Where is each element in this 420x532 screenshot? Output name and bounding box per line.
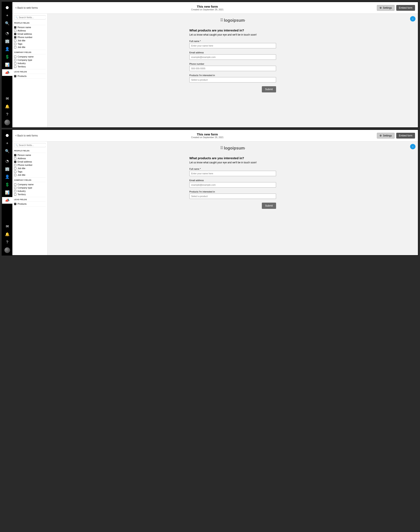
field-row[interactable]: Person name xyxy=(14,26,46,29)
field-row[interactable]: Phone number xyxy=(14,35,46,39)
chart-icon[interactable]: 📊 xyxy=(4,189,11,196)
form-input[interactable] xyxy=(189,193,276,199)
back-link[interactable]: < Back to web forms xyxy=(15,134,38,137)
field-row[interactable]: Industry xyxy=(14,189,46,193)
field-row[interactable]: Territory xyxy=(14,193,46,196)
form-input[interactable] xyxy=(189,54,276,60)
checkbox-icon[interactable] xyxy=(14,154,16,156)
field-row[interactable]: Email address xyxy=(14,32,46,35)
acorn-icon[interactable]: ⬣ xyxy=(4,132,11,139)
field-label: Email address xyxy=(17,33,32,35)
field-row[interactable]: Company type xyxy=(14,186,46,189)
mail-icon[interactable]: ✉ xyxy=(4,95,11,102)
person-icon[interactable]: 👤 xyxy=(4,46,11,52)
field-row[interactable]: Industry xyxy=(14,62,46,65)
checkbox-icon[interactable] xyxy=(14,30,16,32)
checkbox-icon[interactable] xyxy=(14,59,16,61)
avatar[interactable] xyxy=(4,247,10,253)
field-row[interactable]: Address xyxy=(14,29,46,32)
form-input[interactable] xyxy=(189,66,276,71)
chart-icon[interactable]: 📊 xyxy=(4,61,11,68)
field-label: Products xyxy=(17,203,26,205)
search-input[interactable] xyxy=(19,144,47,146)
checkbox-icon[interactable] xyxy=(14,183,16,186)
checkbox-icon[interactable] xyxy=(14,26,16,29)
field-row[interactable]: Company name xyxy=(14,183,46,186)
search-box[interactable]: 🔍 xyxy=(14,15,46,19)
field-row[interactable]: Job title xyxy=(14,39,46,42)
bell-icon[interactable]: 🔔 xyxy=(4,103,11,110)
field-row[interactable]: Company type xyxy=(14,58,46,62)
bell-icon[interactable]: 🔔 xyxy=(4,231,11,238)
person-icon[interactable]: 👤 xyxy=(4,174,11,180)
checkbox-icon[interactable] xyxy=(14,62,16,64)
checkbox-icon[interactable] xyxy=(14,46,16,48)
field-row[interactable]: Products xyxy=(14,202,46,206)
money-icon[interactable]: 💲 xyxy=(4,54,11,60)
back-link[interactable]: < Back to web forms xyxy=(15,6,38,9)
search-icon[interactable]: 🔍 xyxy=(4,20,11,27)
megaphone-icon[interactable]: 📣 xyxy=(2,69,12,76)
checkbox-icon[interactable] xyxy=(14,65,16,68)
field-row[interactable]: Job title xyxy=(14,46,46,49)
checkbox-icon[interactable] xyxy=(14,193,16,196)
checkbox-icon[interactable] xyxy=(14,190,16,192)
plus-icon[interactable]: + xyxy=(4,12,11,19)
search-icon[interactable]: 🔍 xyxy=(4,148,11,154)
field-row[interactable]: Job title xyxy=(14,167,46,170)
form-input[interactable] xyxy=(189,182,276,188)
topbar: < Back to web formsThis new formCreated … xyxy=(12,2,418,14)
collapse-button[interactable]: ‹ xyxy=(410,144,416,149)
settings-button[interactable]: ⚙Settings xyxy=(377,133,394,139)
checkbox-icon[interactable] xyxy=(14,167,16,170)
building-icon[interactable]: 🏢 xyxy=(4,38,11,45)
collapse-button[interactable]: ‹ xyxy=(410,16,416,21)
checkbox-icon[interactable] xyxy=(14,36,16,38)
help-icon[interactable]: ? xyxy=(4,239,11,245)
acorn-icon[interactable]: ⬣ xyxy=(4,4,11,11)
checkbox-icon[interactable] xyxy=(14,39,16,42)
checkbox-icon[interactable] xyxy=(14,75,16,77)
field-row[interactable]: Tags xyxy=(14,170,46,173)
checkbox-icon[interactable] xyxy=(14,33,16,35)
form-input[interactable] xyxy=(189,43,276,48)
help-icon[interactable]: ? xyxy=(4,111,11,118)
money-icon[interactable]: 💲 xyxy=(4,181,11,188)
mail-icon[interactable]: ✉ xyxy=(4,223,11,230)
field-label: Industry xyxy=(17,190,26,192)
avatar[interactable] xyxy=(4,119,10,125)
submit-button[interactable]: Submit xyxy=(262,203,276,209)
gauge-icon[interactable]: ◔ xyxy=(4,158,11,164)
search-box[interactable]: 🔍 xyxy=(14,143,46,147)
checkbox-icon[interactable] xyxy=(14,171,16,173)
form-title: What products are you interested in? xyxy=(189,29,276,32)
gauge-icon[interactable]: ◔ xyxy=(4,30,11,37)
field-row[interactable]: Address xyxy=(14,157,46,160)
field-row[interactable]: Phone number xyxy=(14,163,46,167)
settings-button[interactable]: ⚙Settings xyxy=(377,5,394,11)
field-row[interactable]: Territory xyxy=(14,65,46,68)
search-input[interactable] xyxy=(19,16,47,19)
form-input[interactable] xyxy=(189,77,276,82)
checkbox-icon[interactable] xyxy=(14,161,16,163)
field-row[interactable]: Email address xyxy=(14,160,46,163)
checkbox-icon[interactable] xyxy=(14,56,16,58)
checkbox-icon[interactable] xyxy=(14,164,16,166)
field-row[interactable]: Company name xyxy=(14,55,46,58)
embed-button[interactable]: Embed form xyxy=(396,133,415,139)
checkbox-icon[interactable] xyxy=(14,187,16,189)
form-input[interactable] xyxy=(189,171,276,176)
building-icon[interactable]: 🏢 xyxy=(4,166,11,172)
field-row[interactable]: Products xyxy=(14,74,46,78)
field-row[interactable]: Tags xyxy=(14,42,46,46)
field-row[interactable]: Job title xyxy=(14,173,46,177)
field-row[interactable]: Person name xyxy=(14,153,46,157)
checkbox-icon[interactable] xyxy=(14,203,16,205)
submit-button[interactable]: Submit xyxy=(262,86,276,92)
embed-button[interactable]: Embed form xyxy=(396,5,415,11)
plus-icon[interactable]: + xyxy=(4,140,11,146)
checkbox-icon[interactable] xyxy=(14,43,16,45)
megaphone-icon[interactable]: 📣 xyxy=(2,197,12,204)
checkbox-icon[interactable] xyxy=(14,174,16,176)
checkbox-icon[interactable] xyxy=(14,157,16,160)
